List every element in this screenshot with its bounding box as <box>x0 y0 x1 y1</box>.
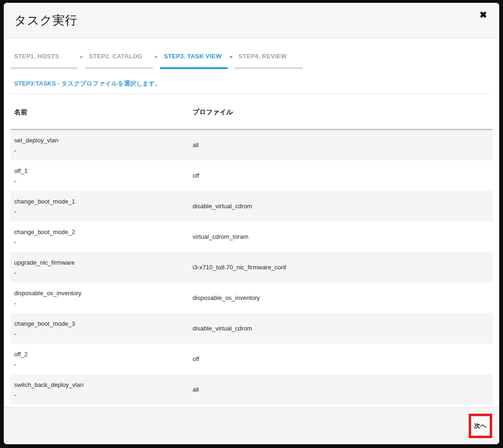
task-name: switch_back_deploy_vlan <box>14 381 185 388</box>
task-dash: - <box>14 269 185 276</box>
wizard-step-bar <box>10 67 78 69</box>
wizard-step-catalog[interactable]: STEP2. CATALOG <box>85 53 153 69</box>
task-name: disposable_os_inventory <box>14 290 185 297</box>
wizard-step-hosts[interactable]: STEP1. HOSTS <box>10 53 78 69</box>
task-execution-dialog: タスク実行 ✖ STEP1. HOSTS ▸ STEP2. CATALOG ▸ … <box>4 3 499 444</box>
table-row[interactable]: off_2 - off <box>10 344 493 374</box>
table-row[interactable]: disposable_os_inventory - disposable_os_… <box>10 283 493 313</box>
task-dash: - <box>14 361 185 368</box>
close-icon[interactable]: ✖ <box>479 10 487 19</box>
task-name: change_boot_mode_2 <box>14 228 185 236</box>
dialog-footer: 次へ <box>4 407 499 444</box>
step-wizard: STEP1. HOSTS ▸ STEP2. CATALOG ▸ STEP3. T… <box>10 53 493 69</box>
wizard-arrow-icon: ▸ <box>78 53 85 60</box>
table-row[interactable]: upgrade_nic_firmware - i3-x710_to8.70_ni… <box>10 252 493 283</box>
task-dash: - <box>14 208 185 215</box>
wizard-step-bar <box>85 67 153 69</box>
wizard-step-label: STEP2. CATALOG <box>85 53 153 60</box>
task-name: off_2 <box>14 351 185 358</box>
table-row[interactable]: change_boot_mode_1 - disable_virtual_cdr… <box>10 191 493 221</box>
task-profile: all <box>189 130 493 160</box>
column-header-name: 名前 <box>10 94 189 130</box>
wizard-step-label: STEP4. REVIEW <box>235 53 303 60</box>
task-name: off_1 <box>14 167 185 174</box>
wizard-arrow-icon: ▸ <box>228 53 235 60</box>
wizard-step-label: STEP3. TASK VIEW <box>160 53 228 60</box>
task-profile: virtual_cdrom_toram <box>189 221 493 252</box>
task-profile: i3-x710_to8.70_nic_firmware_conf <box>189 252 493 283</box>
table-row[interactable]: set_deploy_vlan - all <box>10 130 493 160</box>
wizard-step-bar <box>160 67 228 69</box>
task-dash: - <box>14 239 185 246</box>
table-row[interactable]: switch_back_deploy_vlan - all <box>10 374 493 405</box>
dialog-header: タスク実行 ✖ <box>4 3 499 39</box>
annotation-highlight-box: 次へ <box>469 414 492 438</box>
step-subtitle: STEP3:TASKS - タスクプロファイルを選択します。 <box>10 79 493 94</box>
table-row[interactable]: change_boot_mode_3 - disable_virtual_cdr… <box>10 313 493 344</box>
table-row[interactable]: off_1 - off <box>10 160 493 191</box>
dialog-body: STEP1. HOSTS ▸ STEP2. CATALOG ▸ STEP3. T… <box>4 39 499 407</box>
task-name: upgrade_nic_firmware <box>14 259 185 266</box>
dialog-title: タスク実行 <box>14 12 77 29</box>
wizard-step-review[interactable]: STEP4. REVIEW <box>235 53 303 69</box>
wizard-arrow-icon: ▸ <box>153 53 160 60</box>
task-name: change_boot_mode_3 <box>14 320 185 327</box>
task-dash: - <box>14 178 185 185</box>
column-header-profile: プロファイル <box>189 94 493 130</box>
wizard-step-task-view[interactable]: STEP3. TASK VIEW <box>160 53 228 69</box>
task-name: set_deploy_vlan <box>14 137 185 144</box>
task-name: change_boot_mode_1 <box>14 198 185 205</box>
wizard-step-label: STEP1. HOSTS <box>10 53 78 60</box>
task-profile: disposable_os_inventory <box>189 283 493 313</box>
task-profile: off <box>189 344 493 374</box>
table-row[interactable]: change_boot_mode_2 - virtual_cdrom_toram <box>10 221 493 252</box>
task-dash: - <box>14 300 185 307</box>
table-header-row: 名前 プロファイル <box>10 94 493 130</box>
task-profile: disable_virtual_cdrom <box>189 313 493 344</box>
task-dash: - <box>14 330 185 338</box>
task-profile: disable_virtual_cdrom <box>189 191 493 221</box>
task-dash: - <box>14 147 185 154</box>
task-dash: - <box>14 392 185 399</box>
wizard-step-bar <box>235 67 303 69</box>
task-table: 名前 プロファイル set_deploy_vlan - all off_1 - <box>10 94 493 405</box>
task-profile: all <box>189 374 493 405</box>
task-profile: off <box>189 160 493 191</box>
next-button[interactable]: 次へ <box>471 416 490 436</box>
